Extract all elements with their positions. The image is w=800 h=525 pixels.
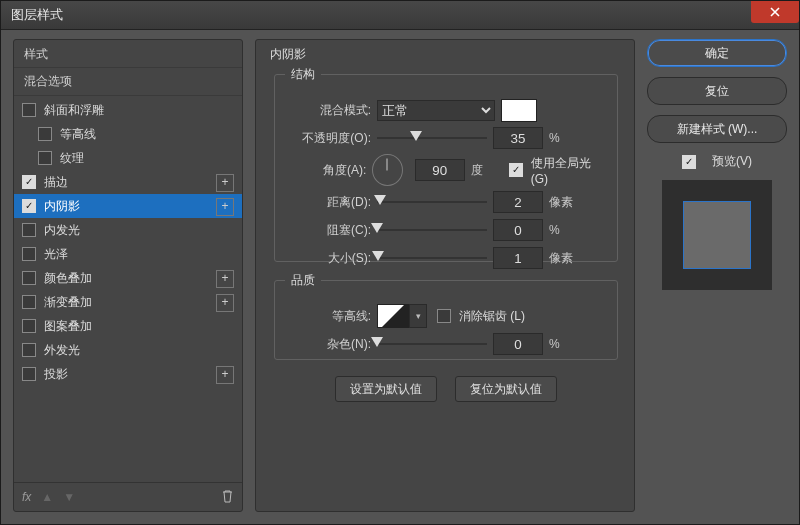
structure-legend: 结构: [285, 66, 321, 83]
make-default-button[interactable]: 设置为默认值: [335, 376, 437, 402]
angle-label: 角度(A):: [285, 162, 372, 179]
size-label: 大小(S):: [285, 250, 377, 267]
effect-checkbox[interactable]: [22, 295, 36, 309]
opacity-label: 不透明度(O):: [285, 130, 377, 147]
effect-label: 内发光: [44, 222, 80, 239]
window-title: 图层样式: [11, 6, 63, 24]
noise-input[interactable]: [493, 333, 543, 355]
add-effect-icon[interactable]: +: [216, 198, 234, 216]
effect-row-5[interactable]: 内发光: [14, 218, 242, 242]
global-light-label: 使用全局光 (G): [531, 155, 607, 186]
opacity-unit: %: [549, 131, 583, 145]
effect-checkbox[interactable]: [22, 199, 36, 213]
distance-input[interactable]: [493, 191, 543, 213]
effects-footer: fx ▲ ▼: [14, 482, 242, 511]
ok-button[interactable]: 确定: [647, 39, 787, 67]
effect-label: 光泽: [44, 246, 68, 263]
effect-row-11[interactable]: 投影+: [14, 362, 242, 386]
close-icon: [769, 6, 781, 18]
angle-input[interactable]: [415, 159, 465, 181]
size-unit: 像素: [549, 250, 583, 267]
effect-checkbox[interactable]: [22, 319, 36, 333]
effect-title: 内阴影: [270, 46, 306, 63]
choke-input[interactable]: [493, 219, 543, 241]
effect-checkbox[interactable]: [38, 127, 52, 141]
titlebar[interactable]: 图层样式: [1, 1, 799, 30]
blend-mode-select[interactable]: 正常: [377, 100, 495, 121]
layer-style-dialog: 图层样式 样式 混合选项 斜面和浮雕等高线纹理描边+内阴影+内发光光泽颜色叠加+…: [0, 0, 800, 525]
effects-list-panel: 样式 混合选项 斜面和浮雕等高线纹理描边+内阴影+内发光光泽颜色叠加+渐变叠加+…: [13, 39, 243, 512]
effect-checkbox[interactable]: [22, 271, 36, 285]
angle-row: 角度(A): 度 使用全局光 (G): [285, 157, 607, 183]
preview-box: [662, 180, 772, 290]
effects-list: 斜面和浮雕等高线纹理描边+内阴影+内发光光泽颜色叠加+渐变叠加+图案叠加外发光投…: [14, 98, 242, 386]
contour-swatch[interactable]: [377, 304, 409, 328]
antialias-label: 消除锯齿 (L): [459, 308, 525, 325]
opacity-input[interactable]: [493, 127, 543, 149]
quality-legend: 品质: [285, 272, 321, 289]
effect-row-6[interactable]: 光泽: [14, 242, 242, 266]
shadow-color-swatch[interactable]: [501, 99, 537, 122]
close-button[interactable]: [751, 1, 799, 23]
effect-row-9[interactable]: 图案叠加: [14, 314, 242, 338]
effect-checkbox[interactable]: [22, 367, 36, 381]
effect-row-4[interactable]: 内阴影+: [14, 194, 242, 218]
effect-row-7[interactable]: 颜色叠加+: [14, 266, 242, 290]
size-slider[interactable]: [377, 251, 487, 265]
fx-icon[interactable]: fx: [22, 490, 31, 504]
effect-row-8[interactable]: 渐变叠加+: [14, 290, 242, 314]
effect-checkbox[interactable]: [22, 223, 36, 237]
cancel-button[interactable]: 复位: [647, 77, 787, 105]
effect-row-1[interactable]: 等高线: [14, 122, 242, 146]
add-effect-icon[interactable]: +: [216, 366, 234, 384]
effect-checkbox[interactable]: [22, 343, 36, 357]
new-style-button[interactable]: 新建样式 (W)...: [647, 115, 787, 143]
effect-row-2[interactable]: 纹理: [14, 146, 242, 170]
preview-swatch: [683, 201, 751, 269]
quality-group: 品质 等高线: ▾ 消除锯齿 (L) 杂色(N): %: [274, 272, 618, 360]
effect-checkbox[interactable]: [22, 247, 36, 261]
blending-options-row[interactable]: 混合选项: [14, 67, 242, 96]
add-effect-icon[interactable]: +: [216, 270, 234, 288]
contour-row: 等高线: ▾ 消除锯齿 (L): [285, 303, 607, 329]
dialog-body: 样式 混合选项 斜面和浮雕等高线纹理描边+内阴影+内发光光泽颜色叠加+渐变叠加+…: [1, 29, 799, 524]
effect-label: 外发光: [44, 342, 80, 359]
move-down-icon[interactable]: ▼: [63, 490, 75, 504]
effect-checkbox[interactable]: [22, 103, 36, 117]
choke-row: 阻塞(C): %: [285, 217, 607, 243]
effect-checkbox[interactable]: [22, 175, 36, 189]
effect-settings-panel: 内阴影 结构 混合模式: 正常 不透明度(O): % 角度: [255, 39, 635, 512]
effect-checkbox[interactable]: [38, 151, 52, 165]
effect-label: 纹理: [60, 150, 84, 167]
noise-row: 杂色(N): %: [285, 331, 607, 357]
choke-slider[interactable]: [377, 223, 487, 237]
noise-label: 杂色(N):: [285, 336, 377, 353]
preview-checkbox[interactable]: [682, 155, 696, 169]
add-effect-icon[interactable]: +: [216, 294, 234, 312]
effect-label: 内阴影: [44, 198, 80, 215]
effect-row-10[interactable]: 外发光: [14, 338, 242, 362]
add-effect-icon[interactable]: +: [216, 174, 234, 192]
angle-unit: 度: [471, 162, 503, 179]
opacity-slider[interactable]: [377, 131, 487, 145]
contour-label: 等高线:: [285, 308, 377, 325]
noise-slider[interactable]: [377, 337, 487, 351]
structure-group: 结构 混合模式: 正常 不透明度(O): % 角度(A):: [274, 66, 618, 262]
reset-default-button[interactable]: 复位为默认值: [455, 376, 557, 402]
move-up-icon[interactable]: ▲: [41, 490, 53, 504]
trash-icon[interactable]: [221, 489, 234, 506]
global-light-checkbox[interactable]: [509, 163, 523, 177]
effect-row-0[interactable]: 斜面和浮雕: [14, 98, 242, 122]
antialias-checkbox[interactable]: [437, 309, 451, 323]
action-panel: 确定 复位 新建样式 (W)... 预览(V): [647, 39, 787, 512]
effect-row-3[interactable]: 描边+: [14, 170, 242, 194]
blend-mode-row: 混合模式: 正常: [285, 97, 607, 123]
styles-header: 样式: [14, 40, 242, 67]
opacity-row: 不透明度(O): %: [285, 125, 607, 151]
distance-slider[interactable]: [377, 195, 487, 209]
distance-unit: 像素: [549, 194, 583, 211]
angle-dial[interactable]: [372, 154, 402, 186]
size-input[interactable]: [493, 247, 543, 269]
preview-label: 预览(V): [712, 153, 752, 170]
contour-dropdown-icon[interactable]: ▾: [409, 304, 427, 328]
